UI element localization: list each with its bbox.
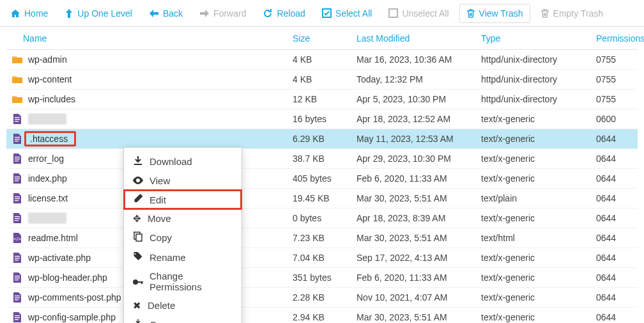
ctx-label: Change Permissions — [150, 271, 233, 292]
table-row[interactable]: license.txt19.45 KBMar 30, 2023, 5:51 AM… — [6, 189, 638, 209]
table-row[interactable]: index.php405 bytesFeb 6, 2020, 11:33 AMt… — [6, 169, 638, 189]
file-perm: 0644 — [591, 134, 644, 144]
file-icon — [12, 212, 23, 224]
table-row[interactable]: wp-comments-post.php2.28 KBNov 10, 2021,… — [6, 288, 638, 308]
file-name: wp-comments-post.php — [28, 292, 121, 303]
file-type: text/x-generic — [476, 134, 591, 144]
back-button[interactable]: Back — [142, 4, 189, 22]
download-icon — [133, 155, 143, 168]
file-type: httpd/unix-directory — [476, 94, 591, 104]
file-perm: 0644 — [591, 154, 644, 164]
table-row[interactable]: wp-blog-header.php351 bytesFeb 6, 2020, … — [6, 268, 638, 288]
x-icon: ✖ — [133, 300, 141, 311]
file-perm: 0644 — [591, 292, 644, 303]
eye-icon — [133, 175, 143, 186]
file-modified: Mar 30, 2023, 5:51 AM — [351, 193, 476, 203]
trash-icon — [540, 8, 549, 19]
key-icon — [133, 276, 143, 287]
file-type: text/x-generic — [476, 154, 591, 164]
file-size: 405 bytes — [288, 173, 351, 184]
file-size: 19.45 KB — [288, 193, 351, 203]
file-type: text/x-generic — [476, 272, 591, 283]
file-modified: Nov 10, 2021, 4:07 AM — [351, 292, 476, 303]
ctx-download[interactable]: Download — [124, 152, 241, 171]
file-size: 2.94 KB — [288, 312, 351, 322]
table-row[interactable]: wp-includes12 KBApr 5, 2023, 10:30 PMhtt… — [6, 90, 638, 109]
ctx-rename[interactable]: Rename — [124, 248, 241, 267]
table-row[interactable]: error_log38.7 KBApr 29, 2023, 10:30 PMte… — [6, 149, 638, 169]
back-arrow-icon — [149, 9, 159, 18]
folder-icon — [12, 74, 23, 85]
table-row[interactable]: readme.html7.23 KBMar 30, 2023, 5:51 AMt… — [6, 228, 638, 248]
file-type: text/x-generic — [476, 173, 591, 184]
file-name: wp-content — [28, 74, 72, 84]
select-all-button[interactable]: Select All — [316, 4, 379, 22]
file-modified: Today, 12:32 PM — [351, 74, 476, 84]
home-label: Home — [24, 8, 48, 19]
file-size: 6.29 KB — [288, 134, 351, 144]
up-button[interactable]: Up One Level — [58, 4, 139, 22]
reload-icon — [263, 8, 273, 19]
table-row[interactable]: wp-content4 KBToday, 12:32 PMhttpd/unix-… — [6, 70, 638, 90]
col-type[interactable]: Type — [476, 33, 591, 43]
file-modified: Apr 29, 2023, 10:30 PM — [351, 154, 476, 164]
ctx-label: View — [150, 175, 170, 186]
unselect-all-label: Unselect All — [402, 8, 448, 19]
ctx-copy[interactable]: Copy — [124, 228, 241, 248]
svg-rect-7 — [141, 281, 142, 284]
svg-rect-4 — [136, 234, 142, 241]
toolbar: Home Up One Level Back Forward Reload Se… — [0, 0, 644, 27]
file-type: text/x-generic — [476, 292, 591, 303]
file-perm: 0644 — [591, 213, 644, 223]
table-row[interactable]: wp-admin4 KBMar 16, 2023, 10:36 AMhttpd/… — [6, 50, 638, 70]
file-perm: 0644 — [591, 233, 644, 243]
ctx-label: Edit — [150, 194, 166, 205]
trash-icon — [466, 8, 475, 19]
unselect-all-icon — [388, 8, 398, 18]
empty-trash-label: Empty Trash — [553, 8, 604, 19]
table-row[interactable]: .htaccess6.29 KBMay 11, 2023, 12:53 AMte… — [6, 129, 638, 149]
col-size[interactable]: Size — [288, 33, 351, 43]
ctx-view[interactable]: View — [124, 171, 241, 190]
ctx-move[interactable]: ✥Move — [124, 209, 241, 228]
table-row[interactable]: 16 bytesApr 18, 2023, 12:52 AMtext/x-gen… — [6, 109, 638, 129]
file-name: wp-admin — [28, 54, 67, 65]
unselect-all-button: Unselect All — [382, 4, 455, 22]
col-name[interactable]: Name — [6, 33, 288, 43]
view-trash-button[interactable]: View Trash — [459, 4, 530, 23]
ctx-change-permissions[interactable]: Change Permissions — [124, 267, 241, 296]
compress-icon — [133, 319, 143, 323]
reload-button[interactable]: Reload — [256, 4, 311, 22]
file-type: text/html — [476, 233, 591, 243]
ctx-label: Copy — [150, 232, 172, 243]
file-size: 7.23 KB — [288, 233, 351, 243]
file-icon — [12, 173, 23, 184]
home-button[interactable]: Home — [4, 4, 54, 22]
file-size: 0 bytes — [288, 213, 351, 223]
col-modified[interactable]: Last Modified — [351, 33, 476, 43]
table-header-row: Name Size Last Modified Type Permissions — [6, 27, 638, 50]
ctx-compress[interactable]: Compress — [124, 315, 241, 323]
ctx-delete[interactable]: ✖Delete — [124, 296, 241, 315]
table-row[interactable]: wp-activate.php7.04 KBSep 17, 2022, 4:13… — [6, 248, 638, 268]
col-perm[interactable]: Permissions — [591, 33, 644, 43]
file-size: 12 KB — [288, 94, 351, 104]
file-perm: 0644 — [591, 173, 644, 184]
pencil-icon — [133, 194, 143, 205]
file-size: 351 bytes — [288, 272, 351, 283]
file-icon — [12, 193, 23, 204]
ctx-label: Download — [150, 156, 192, 167]
table-row[interactable]: wp-config-sample.php2.94 KBMar 30, 2023,… — [6, 308, 638, 323]
back-label: Back — [163, 8, 183, 19]
file-modified: Apr 18, 2023, 12:52 AM — [351, 114, 476, 124]
redacted-name — [28, 212, 66, 224]
table-row[interactable]: 0 bytesApr 18, 2023, 8:39 AMtext/x-gener… — [6, 209, 638, 228]
ctx-label: Compress — [150, 319, 193, 323]
forward-arrow-icon — [199, 9, 210, 18]
file-size: 2.28 KB — [288, 292, 351, 303]
svg-rect-2 — [134, 164, 142, 165]
ctx-edit[interactable]: Edit — [124, 190, 241, 209]
file-modified: Mar 30, 2023, 5:51 AM — [351, 312, 476, 322]
svg-point-5 — [133, 280, 138, 285]
folder-icon — [12, 93, 23, 105]
